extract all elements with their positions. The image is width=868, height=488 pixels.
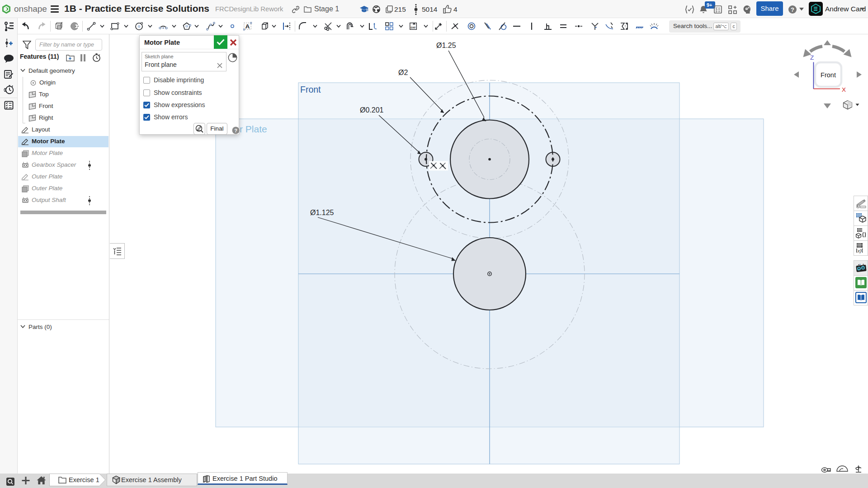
svg-text:Ø2: Ø2 [398, 69, 408, 76]
svg-text:Ø1.125: Ø1.125 [310, 209, 334, 216]
svg-text:X: X [842, 86, 846, 93]
svg-text:?: ? [791, 6, 794, 13]
svg-text:Front: Front [300, 84, 321, 94]
svg-text:Front: Front [821, 71, 836, 79]
svg-text:DXF: DXF [410, 26, 416, 29]
svg-text:r Plate: r Plate [240, 124, 267, 134]
svg-text:Ø0.201: Ø0.201 [360, 106, 384, 114]
svg-text:A: A [245, 23, 250, 30]
svg-text:Z: Z [810, 54, 814, 61]
svg-text:?: ? [234, 128, 237, 133]
svg-text:Ø1.25: Ø1.25 [436, 42, 456, 49]
